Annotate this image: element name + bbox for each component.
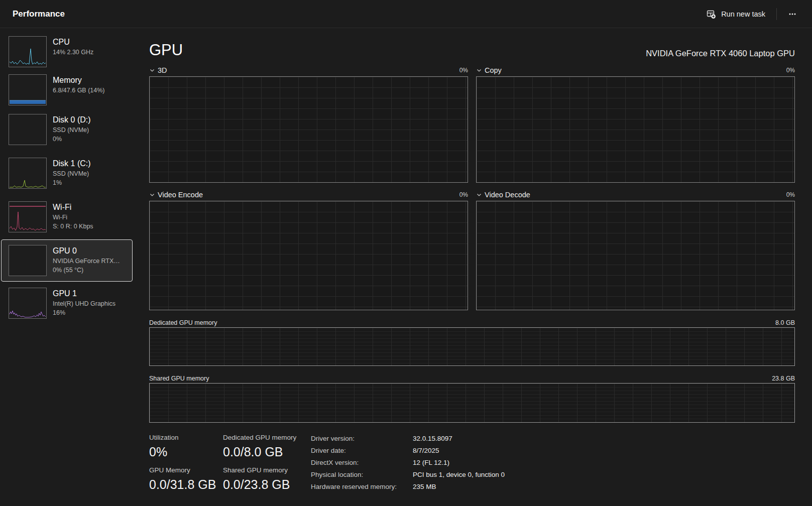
run-new-task-label: Run new task: [721, 10, 765, 18]
sidebar-wifi-title: Wi-Fi: [53, 202, 93, 213]
chevron-down-icon[interactable]: [149, 67, 155, 73]
sidebar-item-memory[interactable]: Memory 6.8/47.6 GB (14%): [0, 74, 141, 105]
sidebar-disk1-usage: 1%: [53, 178, 91, 187]
chevron-down-icon[interactable]: [149, 192, 155, 198]
sidebar-item-gpu0-selected[interactable]: GPU 0 NVIDIA GeForce RTX… 0% (55 °C): [1, 239, 133, 282]
chart-header-video-encode[interactable]: Video Encode 0%: [149, 189, 468, 201]
sidebar-wifi-adapter: Wi-Fi: [53, 213, 93, 222]
chart-header-copy[interactable]: Copy 0%: [476, 64, 795, 76]
stat-utilization: Utilization 0%: [149, 433, 223, 460]
chart-name-3d: 3D: [158, 66, 167, 74]
stat-shared-memory: Shared GPU memory 0.0/23.8 GB: [223, 465, 311, 493]
sidebar-gpu0-title: GPU 0: [53, 245, 120, 257]
cpu-thumbnail-chart: [9, 36, 47, 67]
directx-version-value: 12 (FL 12.1): [413, 457, 449, 469]
sidebar-memory-stats: 6.8/47.6 GB (14%): [53, 86, 105, 95]
sidebar-item-cpu[interactable]: CPU 14% 2.30 GHz: [0, 36, 141, 67]
gpu0-thumbnail-chart: [9, 245, 47, 276]
sidebar-gpu1-usage: 16%: [53, 308, 115, 317]
header-actions: Run new task: [700, 5, 803, 23]
detail-row-physical-location: Physical location: PCI bus 1, device 0, …: [311, 469, 505, 481]
hardware-reserved-value: 235 MB: [413, 481, 436, 493]
stat-gpu-memory-value: 0.0/31.8 GB: [149, 476, 218, 493]
sidebar-memory-title: Memory: [53, 75, 105, 86]
sidebar-item-gpu0[interactable]: GPU 0 NVIDIA GeForce RTX… 0% (55 °C): [2, 245, 132, 276]
memory-usage-bar: [10, 100, 46, 104]
chevron-down-icon[interactable]: [476, 192, 482, 198]
chart-value-3d: 0%: [459, 67, 468, 74]
disk0-thumbnail-chart: [9, 114, 47, 145]
stat-dedicated-memory: Dedicated GPU memory 0.0/8.0 GB: [223, 433, 311, 460]
stat-gpu-memory-label: GPU Memory: [149, 465, 218, 475]
sidebar-cpu-stats: 14% 2.30 GHz: [53, 48, 93, 57]
chart-dedicated-memory: [149, 327, 795, 366]
detail-row-driver-version: Driver version: 32.0.15.8097: [311, 433, 505, 445]
memory-thumbnail-chart: [9, 74, 47, 105]
chart-value-video-encode: 0%: [459, 191, 468, 198]
stat-shared-memory-value: 0.0/23.8 GB: [223, 476, 306, 493]
chart-3d: [149, 76, 468, 183]
chart-name-video-decode: Video Decode: [485, 191, 530, 199]
driver-date-label: Driver date:: [311, 445, 413, 457]
directx-version-label: DirectX version:: [311, 457, 413, 469]
sidebar-disk0-title: Disk 0 (D:): [53, 114, 91, 125]
sidebar-disk0-type: SSD (NVMe): [53, 125, 91, 135]
shared-memory-max: 23.8 GB: [772, 375, 795, 382]
sidebar-gpu0-device: NVIDIA GeForce RTX…: [53, 257, 120, 266]
sidebar-disk1-title: Disk 1 (C:): [53, 158, 91, 169]
header-divider: [776, 8, 777, 20]
sidebar-cpu-title: CPU: [53, 37, 93, 48]
gpu-driver-details: Driver version: 32.0.15.8097 Driver date…: [311, 433, 505, 498]
physical-location-label: Physical location:: [311, 469, 413, 481]
driver-date-value: 8/7/2025: [413, 445, 439, 457]
more-options-button[interactable]: [782, 6, 803, 23]
gpu-device-name: NVIDIA GeForce RTX 4060 Laptop GPU: [646, 49, 795, 60]
gpu1-thumbnail-chart: [9, 288, 47, 319]
gpu-stat-blocks: Utilization 0% Dedicated GPU memory 0.0/…: [149, 433, 311, 498]
sidebar-item-gpu1[interactable]: GPU 1 Intel(R) UHD Graphics 16%: [0, 288, 141, 319]
cpu-sparkline: [10, 49, 46, 64]
sidebar-wifi-rates: S: 0 R: 0 Kbps: [53, 222, 93, 231]
app-header: Performance Run new task: [0, 0, 812, 28]
chevron-down-icon[interactable]: [476, 67, 482, 73]
driver-version-label: Driver version:: [311, 433, 413, 445]
chart-header-video-decode[interactable]: Video Decode 0%: [476, 189, 795, 201]
chart-video-encode: [149, 201, 468, 310]
disk1-sparkline: [10, 180, 46, 187]
performance-sidebar: CPU 14% 2.30 GHz Memory 6.8/47.6 GB (14%…: [0, 28, 141, 506]
detail-row-directx-version: DirectX version: 12 (FL 12.1): [311, 457, 505, 469]
gpu-page-title: GPU: [149, 40, 183, 60]
shared-memory-label: Shared GPU memory: [149, 375, 209, 382]
gpu1-sparkline: [10, 311, 46, 317]
disk1-thumbnail-chart: [9, 158, 47, 189]
ellipsis-icon: [788, 10, 797, 19]
detail-row-hardware-reserved: Hardware reserved memory: 235 MB: [311, 481, 505, 493]
content-area: CPU 14% 2.30 GHz Memory 6.8/47.6 GB (14%…: [0, 28, 812, 506]
stat-utilization-value: 0%: [149, 443, 218, 460]
sidebar-item-wifi[interactable]: Wi-Fi Wi-Fi S: 0 R: 0 Kbps: [0, 201, 141, 232]
chart-header-3d[interactable]: 3D 0%: [149, 64, 468, 76]
chart-name-video-encode: Video Encode: [158, 191, 203, 199]
run-new-task-button[interactable]: Run new task: [700, 5, 771, 23]
stat-utilization-label: Utilization: [149, 433, 218, 442]
sidebar-item-disk1[interactable]: Disk 1 (C:) SSD (NVMe) 1%: [0, 158, 141, 189]
chart-video-decode: [476, 201, 795, 310]
dedicated-memory-label: Dedicated GPU memory: [149, 319, 217, 326]
wifi-thumbnail-chart: [9, 201, 47, 232]
sidebar-disk0-usage: 0%: [53, 135, 91, 144]
gpu-stats-section: Utilization 0% Dedicated GPU memory 0.0/…: [149, 433, 795, 498]
stat-gpu-memory: GPU Memory 0.0/31.8 GB: [149, 465, 223, 493]
wifi-sparkline: [10, 212, 46, 230]
chart-value-video-decode: 0%: [786, 191, 795, 198]
gpu-detail-pane: GPU NVIDIA GeForce RTX 4060 Laptop GPU 3…: [141, 28, 812, 506]
sidebar-item-disk0[interactable]: Disk 0 (D:) SSD (NVMe) 0%: [0, 114, 141, 145]
chart-shared-memory: [149, 383, 795, 423]
sidebar-gpu1-title: GPU 1: [53, 288, 115, 299]
stat-dedicated-memory-value: 0.0/8.0 GB: [223, 443, 306, 460]
detail-row-driver-date: Driver date: 8/7/2025: [311, 445, 505, 457]
dedicated-memory-max: 8.0 GB: [775, 319, 795, 326]
chart-copy: [476, 76, 795, 183]
run-new-task-icon: [706, 9, 716, 19]
hardware-reserved-label: Hardware reserved memory:: [311, 481, 413, 493]
stat-shared-memory-label: Shared GPU memory: [223, 465, 306, 475]
